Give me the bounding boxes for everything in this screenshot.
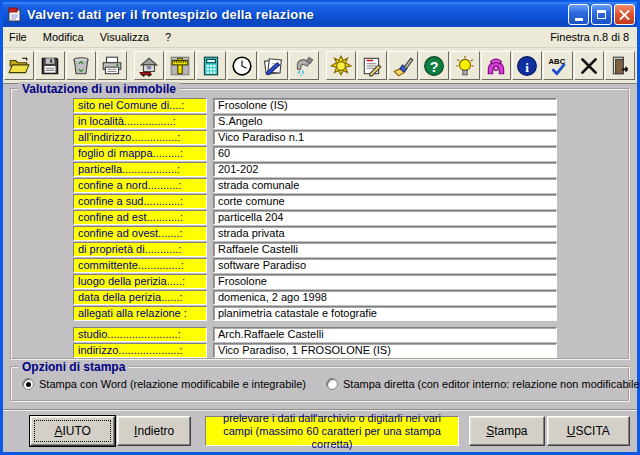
footer-bar: AIUTO Indietro prelevare i dati dall'arc…: [10, 416, 630, 446]
menu-items: FileModificaVisualizza?: [9, 31, 187, 43]
sun-icon: [330, 55, 352, 77]
field-label: di proprietà di...........:: [73, 242, 207, 257]
maximize-icon: [597, 10, 606, 19]
form-row: in località................:S.Angelo: [73, 114, 628, 129]
window-title: Valven: dati per il frontespizio della r…: [27, 7, 568, 22]
field-input[interactable]: strada comunale: [213, 178, 557, 193]
field-input[interactable]: Raffaele Castelli: [213, 242, 557, 257]
menu-item-help[interactable]: ?: [165, 31, 171, 43]
telephone-button[interactable]: [481, 51, 511, 80]
groupbox-valutazione: Valutazione di un immobile sito nel Comu…: [10, 88, 630, 360]
svg-text:?: ?: [430, 58, 439, 74]
field-input[interactable]: software Paradiso: [213, 258, 557, 273]
form-row: sito nel Comune di....:Frosolone (IS): [73, 98, 628, 113]
field-input[interactable]: Arch.Raffaele Castelli: [213, 327, 557, 342]
field-input[interactable]: S.Angelo: [213, 114, 557, 129]
exit-door-icon: [609, 55, 631, 77]
info-button[interactable]: i: [512, 51, 542, 80]
minimize-button[interactable]: [568, 4, 589, 25]
faucet-button[interactable]: [289, 51, 319, 80]
spell-check-icon: ABC: [547, 55, 569, 77]
form-row: allegati alla relazione :planimetria cat…: [73, 306, 628, 321]
delete-x-button[interactable]: [574, 51, 604, 80]
form-fields: sito nel Comune di....:Frosolone (IS)in …: [12, 98, 628, 358]
field-label: confine ad ovest.......:: [73, 226, 207, 241]
window-counter: Finestra n.8 di 8: [550, 31, 629, 43]
status-message: prelevare i dati dall'archivio o digitar…: [205, 416, 459, 446]
field-input[interactable]: 201-202: [213, 162, 557, 177]
clock-icon: [231, 55, 253, 77]
groupbox-print-options: Opzioni di stampa Stampa con Word (relaz…: [10, 366, 630, 402]
field-input[interactable]: Vico Paradiso n.1: [213, 130, 557, 145]
printer-icon: [101, 55, 123, 77]
help-button[interactable]: AIUTO: [30, 416, 115, 446]
form-row: luogo della perizia.....:Frosolone: [73, 274, 628, 289]
field-input[interactable]: Frosolone (IS): [213, 98, 557, 113]
recycle-bin-button[interactable]: [66, 51, 96, 80]
maximize-button[interactable]: [591, 4, 612, 25]
menu-bar: FileModificaVisualizza? Finestra n.8 di …: [3, 27, 637, 48]
help-button[interactable]: ?: [419, 51, 449, 80]
printer-button[interactable]: [97, 51, 127, 80]
svg-text:i: i: [525, 59, 529, 74]
paintbrush-button[interactable]: [388, 51, 418, 80]
field-label: confine a nord..........:: [73, 178, 207, 193]
field-input[interactable]: particella 204: [213, 210, 557, 225]
field-label: in località................:: [73, 114, 207, 129]
notes-pen-button[interactable]: [258, 51, 288, 80]
groupbox-valutazione-title: Valutazione di un immobile: [18, 82, 180, 96]
spell-check-button[interactable]: ABC: [543, 51, 573, 80]
form-row: studio.......................:Arch.Raffa…: [73, 327, 628, 342]
sun-button[interactable]: [326, 51, 356, 80]
telephone-icon: [485, 55, 507, 77]
field-label: sito nel Comune di....:: [73, 98, 207, 113]
clock-button[interactable]: [227, 51, 257, 80]
form-sheet-icon: [361, 55, 383, 77]
title-bar: Valven: dati per il frontespizio della r…: [3, 2, 637, 27]
tip-bulb-button[interactable]: [450, 51, 480, 80]
property-house-icon: [138, 55, 160, 77]
print-button[interactable]: Stampa: [469, 416, 545, 446]
field-input[interactable]: Frosolone: [213, 274, 557, 289]
field-input[interactable]: 60: [213, 146, 557, 161]
radio-icon: [22, 378, 34, 390]
radio-option[interactable]: Stampa diretta (con editor interno: rela…: [326, 378, 640, 390]
field-label: data della perizia......:: [73, 290, 207, 305]
form-row: data della perizia......:domenica, 2 ago…: [73, 290, 628, 305]
field-label: confine ad est...........:: [73, 210, 207, 225]
field-input[interactable]: domenica, 2 ago 1998: [213, 290, 557, 305]
help-icon: ?: [423, 55, 445, 77]
app-icon: [7, 7, 23, 23]
field-label: all'indirizzo...............:: [73, 130, 207, 145]
field-input[interactable]: corte comune: [213, 194, 557, 209]
client-area: Valutazione di un immobile sito nel Comu…: [3, 84, 637, 452]
menu-item-modifica[interactable]: Modifica: [43, 31, 84, 43]
faucet-icon: [293, 55, 315, 77]
save-floppy-icon: [39, 55, 61, 77]
measure-signpost-button[interactable]: [165, 51, 195, 80]
measure-signpost-icon: [169, 55, 191, 77]
form-row: committente..............:software Parad…: [73, 258, 628, 273]
back-button[interactable]: Indietro: [117, 416, 191, 446]
exit-button[interactable]: USCITA: [547, 416, 630, 446]
field-input[interactable]: Vico Paradiso, 1 FROSOLONE (IS): [213, 343, 557, 358]
menu-item-file[interactable]: File: [9, 31, 27, 43]
save-floppy-button[interactable]: [35, 51, 65, 80]
close-button[interactable]: [614, 4, 635, 25]
field-input[interactable]: planimetria catastale e fotografie: [213, 306, 557, 321]
exit-door-button[interactable]: [605, 51, 635, 80]
field-input[interactable]: strada privata: [213, 226, 557, 241]
calculator-icon: [200, 55, 222, 77]
notes-pen-icon: [262, 55, 284, 77]
calculator-button[interactable]: [196, 51, 226, 80]
recycle-bin-icon: [70, 55, 92, 77]
radio-icon: [326, 378, 338, 390]
open-folder-button[interactable]: [4, 51, 34, 80]
form-row: di proprietà di...........:Raffaele Cast…: [73, 242, 628, 257]
info-icon: i: [516, 55, 538, 77]
property-house-button[interactable]: [134, 51, 164, 80]
radio-option[interactable]: Stampa con Word (relazione modificabile …: [22, 378, 306, 390]
form-sheet-button[interactable]: [357, 51, 387, 80]
menu-item-visualizza[interactable]: Visualizza: [100, 31, 149, 43]
field-label: luogo della perizia.....:: [73, 274, 207, 289]
